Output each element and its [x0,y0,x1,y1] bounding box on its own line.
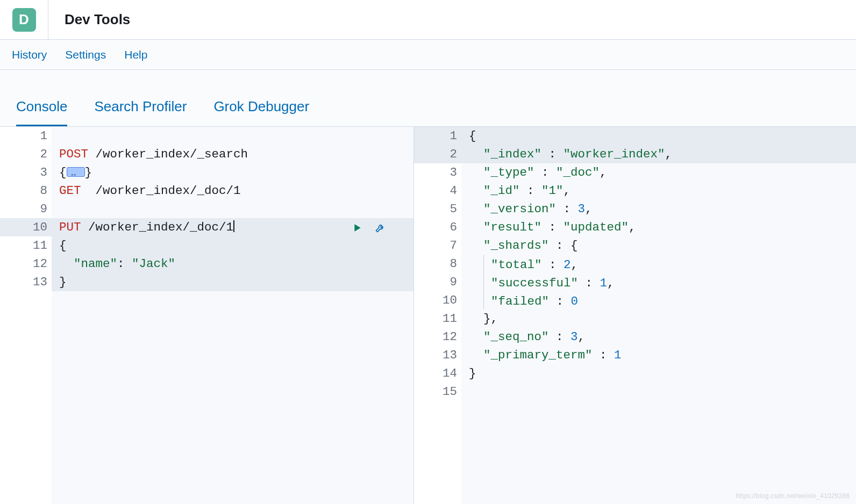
gutter-line: 13▴ [0,273,52,291]
gutter-line: 10 [0,218,52,236]
page-title: Dev Tools [48,11,130,28]
code-line: "_shards" : { [461,236,856,255]
code-line: }, [461,309,856,328]
gutter-line: 13 [414,346,461,364]
settings-link[interactable]: Settings [65,48,106,61]
indent-guide [483,255,484,273]
request-code[interactable]: POST /worker_index/_search{}GET /worker_… [52,127,413,504]
code-line [461,383,856,401]
request-editor[interactable]: 123▸891011▾1213▴ POST /worker_index/_sea… [0,127,414,504]
gutter-line: 6 [414,218,461,236]
code-line[interactable] [52,200,413,218]
response-code: { "_index" : "worker_index", "_type" : "… [461,127,856,504]
gutter-line: 8 [414,255,461,273]
subheader-bar: History Settings Help [0,40,856,70]
gutter-line: 9 [414,273,461,291]
tab-search-profiler[interactable]: Search Profiler [94,98,187,126]
gutter-line: 2 [414,145,461,163]
watermark-text: https://blog.csdn.net/weixin_41029286 [736,492,850,500]
code-line: "_type" : "_doc", [461,163,856,182]
code-line[interactable] [52,127,413,145]
gutter-line: 3 [414,163,461,182]
tab-bar: Console Search Profiler Grok Debugger [0,70,856,127]
gutter-line: 2 [0,145,52,163]
code-line[interactable]: } [52,273,413,291]
code-line[interactable]: PUT /worker_index/_doc/1 [52,218,413,236]
gutter-line: 11▴ [414,309,461,328]
run-request-button[interactable] [350,220,365,235]
gutter-line: 14▴ [414,364,461,383]
code-line: "_seq_no" : 3, [461,328,856,346]
text-cursor [233,220,234,232]
code-line[interactable]: "name": "Jack" [52,255,413,273]
code-line: "total" : 2, [461,255,856,273]
editor-panes: 123▸891011▾1213▴ POST /worker_index/_sea… [0,127,856,504]
code-line: "_index" : "worker_index", [461,145,856,163]
gutter-line: 4 [414,182,461,200]
app-icon-container: D [0,0,48,39]
gutter-line: 10 [414,291,461,309]
response-viewer: 1▾234567▾891011▴121314▴15 { "_index" : "… [414,127,856,504]
history-link[interactable]: History [12,48,47,61]
code-line[interactable]: GET /worker_index/_doc/1 [52,182,413,200]
gutter-line: 15 [414,383,461,401]
code-line: "result" : "updated", [461,218,856,236]
gutter-line: 9 [0,200,52,218]
code-line: "_id" : "1", [461,182,856,200]
indent-guide [483,273,484,291]
code-line: { [461,127,856,145]
help-link[interactable]: Help [124,48,147,61]
code-line: "failed" : 0 [461,291,856,309]
gutter-line: 8 [0,182,52,200]
request-options-button[interactable] [373,220,388,235]
code-line: } [461,364,856,383]
code-line: "_primary_term" : 1 [461,346,856,364]
gutter-line: 7▾ [414,236,461,255]
code-line: "successful" : 1, [461,273,856,291]
gutter-line: 3▸ [0,163,52,182]
gutter-line: 1 [0,127,52,145]
tab-grok-debugger[interactable]: Grok Debugger [213,98,309,126]
tab-console[interactable]: Console [16,98,67,126]
request-gutter: 123▸891011▾1213▴ [0,127,52,504]
app-icon[interactable]: D [12,8,36,32]
code-line: "_version" : 3, [461,200,856,218]
collapsed-fold-icon[interactable] [67,167,85,177]
gutter-line: 5 [414,200,461,218]
gutter-line: 12 [0,255,52,273]
header-bar: D Dev Tools [0,0,856,40]
response-gutter: 1▾234567▾891011▴121314▴15 [414,127,461,504]
gutter-line: 12 [414,328,461,346]
indent-guide [483,291,484,309]
code-line[interactable]: POST /worker_index/_search [52,145,413,163]
gutter-line: 11▾ [0,236,52,255]
gutter-line: 1▾ [414,127,461,145]
code-line[interactable]: { [52,236,413,255]
code-line[interactable]: {} [52,163,413,182]
